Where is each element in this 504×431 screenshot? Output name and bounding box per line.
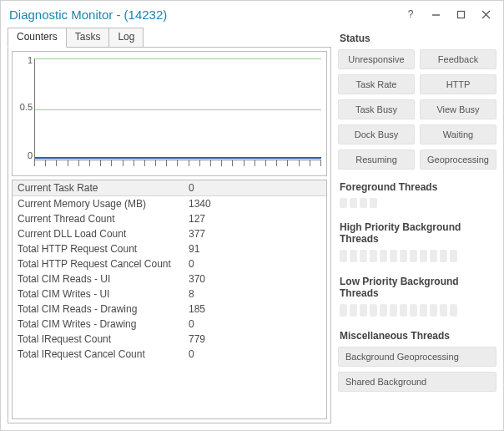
counter-name: Total IRequest Cancel Count xyxy=(18,348,189,360)
counter-name: Current DLL Load Count xyxy=(18,228,189,240)
thread-indicator xyxy=(360,304,367,317)
right-pane: Status UnresponsiveFeedbackTask RateHTTP… xyxy=(338,28,496,423)
status-button-grid: UnresponsiveFeedbackTask RateHTTPTask Bu… xyxy=(338,49,496,170)
y-tick-label: 0.5 xyxy=(14,102,33,112)
y-tick-label: 0 xyxy=(14,150,33,160)
thread-indicator xyxy=(410,250,417,262)
thread-indicator xyxy=(360,250,367,262)
y-tick-label: 1 xyxy=(14,55,33,65)
low-priority-threads-indicators xyxy=(338,304,496,317)
plot-area xyxy=(34,58,321,160)
thread-indicator xyxy=(370,250,377,262)
table-row: Current Task Rate0 xyxy=(13,180,326,196)
svg-rect-1 xyxy=(457,11,464,18)
thread-indicator xyxy=(360,198,367,208)
status-http-button[interactable]: HTTP xyxy=(420,74,496,94)
thread-indicator xyxy=(380,304,387,317)
foreground-threads-indicators xyxy=(338,198,496,208)
close-icon[interactable] xyxy=(475,4,496,24)
chart: 1 0.5 0 xyxy=(12,51,327,176)
tab-counters[interactable]: Counters xyxy=(8,28,67,48)
window-title: Diagnostic Monitor - (14232) xyxy=(9,8,400,22)
status-geoprocessing-button[interactable]: Geoprocessing xyxy=(420,150,496,170)
counter-name: Total CIM Writes - Drawing xyxy=(18,318,189,330)
table-row: Total HTTP Request Count91 xyxy=(13,241,326,256)
thread-indicator xyxy=(400,250,407,262)
misc-background-geoprocessing-button[interactable]: Background Geoprocessing xyxy=(338,347,496,367)
series-line xyxy=(35,157,321,159)
low-priority-threads-heading: Low Priority Background Threads xyxy=(340,276,496,299)
thread-indicator xyxy=(350,198,357,208)
table-row: Total CIM Writes - UI8 xyxy=(13,286,326,302)
status-feedback-button[interactable]: Feedback xyxy=(420,49,496,69)
counter-name: Current Thread Count xyxy=(18,213,189,225)
thread-indicator xyxy=(340,304,347,317)
status-task-rate-button[interactable]: Task Rate xyxy=(338,74,415,94)
counter-value: 8 xyxy=(189,288,321,300)
table-row: Current Memory Usage (MB)1340 xyxy=(13,196,326,211)
counter-name: Total CIM Reads - Drawing xyxy=(18,303,189,315)
x-ticks xyxy=(34,160,321,169)
thread-indicator xyxy=(390,250,397,262)
thread-indicator xyxy=(380,250,387,262)
counter-value: 370 xyxy=(189,273,321,285)
tab-body-counters: 1 0.5 0 Current Task Rate0Current Memory… xyxy=(8,47,331,423)
thread-indicator xyxy=(420,250,427,262)
table-row: Total IRequest Cancel Count0 xyxy=(13,347,326,362)
status-waiting-button[interactable]: Waiting xyxy=(420,124,496,145)
thread-indicator xyxy=(400,304,407,317)
counter-value: 1340 xyxy=(189,198,321,210)
status-task-busy-button[interactable]: Task Busy xyxy=(338,99,415,119)
maximize-icon[interactable] xyxy=(450,4,471,24)
counter-name: Total IRequest Count xyxy=(18,333,189,345)
counter-table: Current Task Rate0Current Memory Usage (… xyxy=(12,180,327,419)
table-row: Total CIM Reads - Drawing185 xyxy=(13,302,326,317)
counter-value: 0 xyxy=(189,318,321,330)
counter-name: Total HTTP Request Cancel Count xyxy=(18,258,189,270)
thread-indicator xyxy=(350,250,357,262)
high-priority-threads-indicators xyxy=(338,250,496,262)
thread-indicator xyxy=(370,198,377,208)
counter-value: 0 xyxy=(189,348,321,360)
table-row: Total CIM Writes - Drawing0 xyxy=(13,317,326,332)
thread-indicator xyxy=(410,304,417,317)
table-row: Total HTTP Request Cancel Count0 xyxy=(13,256,326,271)
tab-log[interactable]: Log xyxy=(108,28,144,48)
misc-shared-background-button[interactable]: Shared Background xyxy=(338,372,496,392)
thread-indicator xyxy=(430,304,437,317)
thread-indicator xyxy=(390,304,397,317)
status-view-busy-button[interactable]: View Busy xyxy=(420,99,496,119)
help-icon[interactable]: ? xyxy=(400,4,421,24)
minimize-icon[interactable] xyxy=(425,4,446,24)
counter-value: 91 xyxy=(189,243,321,255)
counter-name: Current Memory Usage (MB) xyxy=(18,198,189,210)
counter-value: 0 xyxy=(189,182,321,194)
thread-indicator xyxy=(440,250,447,262)
table-row: Total CIM Reads - UI370 xyxy=(13,271,326,286)
counter-value: 185 xyxy=(189,303,321,315)
misc-threads-buttons: Background GeoprocessingShared Backgroun… xyxy=(338,347,496,392)
status-unresponsive-button[interactable]: Unresponsive xyxy=(338,49,415,69)
counter-name: Total CIM Writes - UI xyxy=(18,288,189,300)
thread-indicator xyxy=(420,304,427,317)
thread-indicator xyxy=(450,250,457,262)
foreground-threads-heading: Foreground Threads xyxy=(340,181,496,193)
counter-value: 0 xyxy=(189,258,321,270)
counter-value: 779 xyxy=(189,333,321,345)
table-row: Total IRequest Count779 xyxy=(13,332,326,347)
misc-threads-heading: Miscellaneous Threads xyxy=(340,330,496,342)
counter-name: Total CIM Reads - UI xyxy=(18,273,189,285)
thread-indicator xyxy=(340,198,347,208)
table-row: Current Thread Count127 xyxy=(13,211,326,226)
status-heading: Status xyxy=(340,33,496,44)
counter-value: 127 xyxy=(189,213,321,225)
tab-tasks[interactable]: Tasks xyxy=(66,28,110,48)
status-resuming-button[interactable]: Resuming xyxy=(338,150,415,170)
titlebar: Diagnostic Monitor - (14232) ? xyxy=(1,1,503,28)
thread-indicator xyxy=(430,250,437,262)
left-pane: CountersTasksLog 1 0.5 0 Current Task Ra… xyxy=(8,28,331,423)
counter-name: Total HTTP Request Count xyxy=(18,243,189,255)
thread-indicator xyxy=(350,304,357,317)
status-dock-busy-button[interactable]: Dock Busy xyxy=(338,124,415,145)
thread-indicator xyxy=(370,304,377,317)
